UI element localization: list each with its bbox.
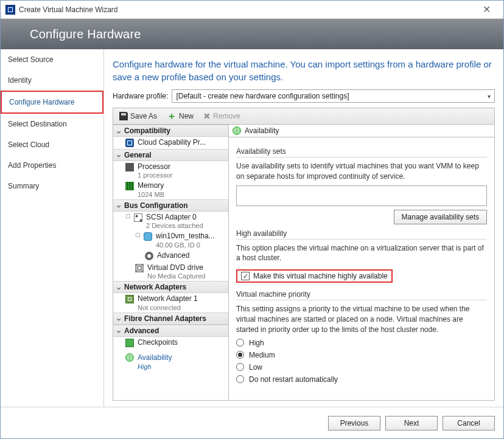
- disk-icon: [144, 232, 152, 241]
- tree-scsi-adapter[interactable]: ▢ SCSI Adapter 0 2 Devices attached: [113, 212, 228, 231]
- previous-button[interactable]: Previous: [328, 416, 380, 430]
- radio-icon: [236, 375, 244, 383]
- nav-select-cloud[interactable]: Select Cloud: [1, 134, 103, 155]
- cloud-icon: [125, 139, 134, 147]
- section-label: Compatibility: [124, 126, 170, 135]
- new-button[interactable]: ＋ New: [164, 111, 196, 122]
- intro-text: Configure hardware for the virtual machi…: [113, 58, 495, 83]
- button-label: Cancel: [457, 419, 480, 427]
- priority-low[interactable]: Low: [236, 363, 487, 372]
- tree-item-label: Advanced: [157, 251, 189, 261]
- save-icon: [119, 112, 128, 120]
- hardware-profile-dropdown[interactable]: [Default - create new hardware configura…: [172, 89, 495, 103]
- radio-icon: [236, 363, 244, 371]
- tree-item-label: win10vm_testha...: [156, 232, 215, 241]
- app-icon: [5, 5, 15, 15]
- workarea: ⌵ Compatibility Cloud Capability Pr... ⌵…: [113, 125, 495, 401]
- nav-select-destination[interactable]: Select Destination: [1, 114, 103, 134]
- content: Configure hardware for the virtual machi…: [104, 49, 503, 407]
- hardware-profile-value: [Default - create new hardware configura…: [176, 92, 349, 100]
- tree-network-adapter[interactable]: Network Adapter 1 Not connected: [113, 293, 228, 313]
- tree-item-label: Memory: [138, 181, 164, 191]
- nav-select-source[interactable]: Select Source: [1, 49, 103, 70]
- tree-item-sub: 40.00 GB, ID 0: [156, 241, 215, 249]
- tree-availability[interactable]: ↑ Availability High: [113, 352, 228, 372]
- button-label: Previous: [340, 419, 369, 427]
- section-advanced[interactable]: ⌵ Advanced: [113, 325, 228, 337]
- radio-label: Medium: [249, 351, 275, 359]
- gear-icon: [145, 252, 153, 260]
- collapse-icon: ⌵: [116, 151, 122, 158]
- details-header: ↑ Availability: [229, 125, 494, 137]
- button-label: Manage availability sets: [402, 213, 479, 221]
- tree-item-sub: 2 Devices attached: [146, 222, 203, 229]
- plus-icon: ＋: [167, 112, 177, 120]
- tree-item-label: Virtual DVD drive: [147, 263, 205, 273]
- tree-dvd[interactable]: Virtual DVD drive No Media Captured: [113, 262, 228, 282]
- tree-cloud-capability[interactable]: Cloud Capability Pr...: [113, 137, 228, 149]
- radio-label: Do not restart automatically: [249, 375, 338, 384]
- nav-add-properties[interactable]: Add Properties: [1, 155, 103, 176]
- manage-availability-sets-button[interactable]: Manage availability sets: [394, 210, 487, 224]
- tree-item-label: Cloud Capability Pr...: [138, 138, 206, 148]
- section-compatibility[interactable]: ⌵ Compatibility: [113, 125, 228, 137]
- tree-item-label: Network Adapter 1: [138, 294, 198, 304]
- tree-disk-advanced[interactable]: Advanced: [113, 250, 228, 262]
- collapse-icon: ⌵: [116, 284, 122, 291]
- tree-disk[interactable]: ▢ win10vm_testha... 40.00 GB, ID 0: [113, 230, 228, 250]
- scsi-icon: [134, 213, 142, 222]
- titlebar: Create Virtual Machine Wizard ✕: [1, 1, 503, 19]
- availability-icon: ↑: [125, 353, 134, 362]
- toolbar: Save As ＋ New ✖ Remove: [113, 108, 495, 125]
- tree-processor[interactable]: Processor 1 processor: [113, 161, 228, 181]
- section-label: Fibre Channel Adapters: [124, 314, 206, 323]
- radio-label: High: [249, 339, 264, 347]
- delete-icon: ✖: [203, 111, 211, 121]
- tree-item-label: Processor: [138, 162, 172, 172]
- dvd-icon: [135, 264, 144, 272]
- chevron-down-icon: ▾: [488, 93, 491, 100]
- section-fibre[interactable]: ⌵ Fibre Channel Adapters: [113, 313, 228, 325]
- footer: Previous Next Cancel: [1, 407, 503, 438]
- availability-sets-title: Availability sets: [236, 147, 487, 157]
- close-icon[interactable]: ✕: [474, 4, 499, 15]
- next-button[interactable]: Next: [385, 416, 438, 430]
- details-panel: ↑ Availability Availability sets Use ava…: [229, 125, 494, 400]
- section-bus[interactable]: ⌵ Bus Configuration: [113, 199, 228, 212]
- nav-identity[interactable]: Identity: [1, 70, 103, 91]
- nav-configure-hardware[interactable]: Configure Hardware: [1, 91, 103, 114]
- tree-item-label: SCSI Adapter 0: [146, 213, 203, 223]
- ha-checkbox-group[interactable]: ✓ Make this virtual machine highly avail…: [236, 269, 393, 283]
- priority-no-restart[interactable]: Do not restart automatically: [236, 375, 487, 384]
- nav-summary[interactable]: Summary: [1, 176, 103, 196]
- details-body: Availability sets Use availability sets …: [229, 137, 494, 400]
- save-as-label: Save As: [130, 112, 157, 120]
- tree-memory[interactable]: Memory 1024 MB: [113, 180, 228, 199]
- priority-medium[interactable]: Medium: [236, 351, 487, 359]
- button-label: Next: [404, 419, 419, 427]
- tree-checkpoints[interactable]: Checkpoints: [113, 337, 228, 349]
- vm-priority-title: Virtual machine priority: [236, 290, 487, 300]
- priority-high[interactable]: High: [236, 339, 487, 347]
- section-general[interactable]: ⌵ General: [113, 149, 228, 161]
- section-network[interactable]: ⌵ Network Adapters: [113, 281, 228, 293]
- remove-label: Remove: [213, 112, 240, 120]
- checkpoint-icon: [125, 339, 134, 347]
- hardware-tree[interactable]: ⌵ Compatibility Cloud Capability Pr... ⌵…: [113, 125, 229, 400]
- vm-priority-desc: This setting assigns a priority to the v…: [236, 304, 487, 334]
- collapse-icon: ⌵: [116, 315, 122, 322]
- section-label: Bus Configuration: [124, 201, 188, 210]
- checkbox-icon: ✓: [241, 272, 250, 280]
- cancel-button[interactable]: Cancel: [443, 416, 495, 430]
- banner-title: Configure Hardware: [30, 27, 141, 41]
- details-title: Availability: [245, 126, 279, 135]
- availability-sets-list[interactable]: [236, 185, 487, 206]
- radio-icon: [236, 351, 244, 359]
- wizard-window: Create Virtual Machine Wizard ✕ Configur…: [0, 0, 504, 439]
- hardware-profile-row: Hardware profile: [Default - create new …: [113, 89, 495, 103]
- tree-item-label: Checkpoints: [138, 338, 178, 348]
- expand-icon: ▢: [125, 213, 130, 219]
- body: Select Source Identity Configure Hardwar…: [1, 49, 503, 407]
- collapse-icon: ⌵: [116, 202, 122, 209]
- save-as-button[interactable]: Save As: [117, 111, 159, 122]
